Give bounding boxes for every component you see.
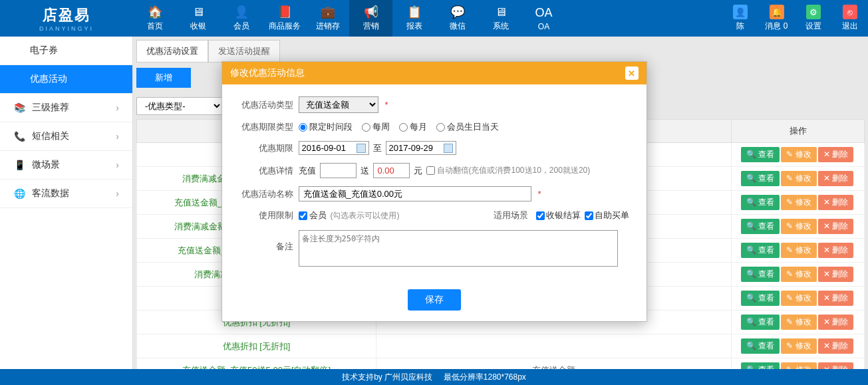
filter-type-select[interactable]: -优惠类型-: [136, 97, 223, 115]
topnav-进销存[interactable]: 💼进销存: [306, 0, 349, 37]
topright-设置[interactable]: ⚙设置: [795, 0, 831, 37]
cell-type: 充值送金额: [376, 358, 732, 370]
view-button[interactable]: 🔍 查看: [741, 195, 780, 210]
required-mark: *: [385, 100, 388, 110]
topnav-报表[interactable]: 📋报表: [392, 0, 436, 37]
sidebar-item-微场景[interactable]: 📱微场景›: [0, 151, 132, 180]
add-button[interactable]: 新增: [136, 68, 191, 88]
close-icon[interactable]: ✕: [625, 66, 639, 80]
topnav-商品服务[interactable]: 📕商品服务: [263, 0, 306, 37]
topnav-营销[interactable]: 📢营销: [349, 0, 392, 37]
edit-button[interactable]: ✎ 修改: [781, 315, 816, 330]
nav-icon: 👤: [234, 5, 249, 19]
cell-ops: 🔍 查看✎ 修改✕ 删除: [732, 311, 865, 334]
logo-cn: 店盈易: [7, 5, 126, 25]
cell-ops: 🔍 查看✎ 修改✕ 删除: [732, 215, 865, 239]
nav-icon: OA: [537, 6, 551, 21]
view-button[interactable]: 🔍 查看: [741, 315, 780, 330]
period-radio-每周[interactable]: 每周: [362, 121, 390, 133]
label-remark: 备注: [235, 230, 299, 253]
edit-button[interactable]: ✎ 修改: [781, 195, 816, 210]
delete-button[interactable]: ✕ 删除: [818, 171, 853, 186]
chevron-right-icon: ›: [116, 188, 119, 199]
calendar-icon[interactable]: [357, 144, 366, 153]
save-button[interactable]: 保存: [408, 289, 461, 311]
topnav-系统[interactable]: 🖥系统: [479, 0, 522, 37]
cell-ops: 🔍 查看✎ 修改✕ 删除: [732, 358, 865, 370]
topright-消息 0[interactable]: 🔔消息 0: [758, 0, 795, 37]
period-radio-限定时间段[interactable]: 限定时间段: [299, 121, 353, 133]
nav-icon: 💼: [321, 5, 335, 19]
date-from-input[interactable]: [302, 143, 354, 153]
delete-button[interactable]: ✕ 删除: [818, 338, 853, 354]
footer: 技术支持by 广州贝应科技 最低分辨率1280*768px: [0, 369, 868, 385]
topnav-OA[interactable]: OAOA: [522, 0, 565, 37]
calendar-icon[interactable]: [444, 144, 453, 153]
footer-resolution: 最低分辨率1280*768px: [444, 372, 526, 382]
edit-button[interactable]: ✎ 修改: [781, 291, 816, 306]
member-checkbox-input[interactable]: [299, 211, 307, 220]
label-use-limit: 使用限制: [235, 209, 299, 221]
topnav-微信[interactable]: 💬微信: [436, 0, 479, 37]
view-button[interactable]: 🔍 查看: [741, 171, 780, 186]
topnav-会员[interactable]: 👤会员: [219, 0, 263, 37]
date-from-box[interactable]: [299, 141, 369, 155]
delete-button[interactable]: ✕ 删除: [818, 243, 853, 258]
view-button[interactable]: 🔍 查看: [741, 267, 780, 282]
edit-button[interactable]: ✎ 修改: [781, 362, 816, 369]
tab-优惠活动设置[interactable]: 优惠活动设置: [136, 40, 208, 63]
view-button[interactable]: 🔍 查看: [741, 291, 780, 306]
nav-icon: 🖥: [191, 5, 206, 19]
date-to-box[interactable]: [386, 141, 456, 155]
topnav-收银[interactable]: 🖥收银: [176, 0, 219, 37]
chevron-right-icon: ›: [116, 131, 119, 142]
tab-发送活动提醒[interactable]: 发送活动提醒: [208, 40, 280, 63]
view-button[interactable]: 🔍 查看: [741, 219, 780, 234]
edit-button[interactable]: ✎ 修改: [781, 338, 816, 354]
activity-name-input[interactable]: [299, 186, 531, 201]
period-radio-每月[interactable]: 每月: [399, 121, 427, 133]
edit-button[interactable]: ✎ 修改: [781, 267, 816, 282]
scene-checkbox-自助买单[interactable]: 自助买单: [585, 209, 629, 221]
cell-ops: 🔍 查看✎ 修改✕ 删除: [732, 263, 865, 287]
edit-button[interactable]: ✎ 修改: [781, 219, 816, 234]
auto-double-input[interactable]: [426, 166, 435, 175]
delete-button[interactable]: ✕ 删除: [818, 195, 853, 210]
sidebar-item-三级推荐[interactable]: 📚三级推荐›: [0, 94, 132, 122]
sidebar-item-短信相关[interactable]: 📞短信相关›: [0, 122, 132, 151]
activity-type-select[interactable]: 充值送金额: [299, 96, 378, 113]
sidebar-item-优惠活动[interactable]: 优惠活动: [0, 65, 132, 94]
remark-textarea[interactable]: [299, 230, 618, 267]
label-scene: 适用场景: [486, 209, 532, 221]
recharge-input[interactable]: [320, 163, 357, 178]
member-checkbox[interactable]: 会员: [299, 209, 327, 221]
topright-退出[interactable]: ⎋退出: [831, 0, 868, 37]
period-radio-会员生日当天[interactable]: 会员生日当天: [436, 121, 499, 133]
date-to-input[interactable]: [389, 143, 441, 153]
cell-ops: 🔍 查看✎ 修改✕ 删除: [732, 191, 865, 215]
recharge-label: 充值: [299, 165, 316, 177]
modal-body: 优惠活动类型 充值送金额 * 优惠期限类型 限定时间段每周每月会员生日当天 优惠…: [222, 84, 647, 284]
topnav-首页[interactable]: 🏠首页: [133, 0, 176, 37]
edit-button[interactable]: ✎ 修改: [781, 243, 816, 258]
view-button[interactable]: 🔍 查看: [741, 147, 780, 162]
delete-button[interactable]: ✕ 删除: [818, 315, 853, 330]
delete-button[interactable]: ✕ 删除: [818, 147, 853, 162]
sidebar-item-电子券[interactable]: 电子券: [0, 37, 132, 65]
view-button[interactable]: 🔍 查看: [741, 338, 780, 354]
view-button[interactable]: 🔍 查看: [741, 243, 780, 258]
topright-icon: ⎋: [843, 5, 857, 19]
give-input[interactable]: [373, 163, 410, 178]
scene-checkbox-收银结算[interactable]: 收银结算: [536, 209, 581, 221]
delete-button[interactable]: ✕ 删除: [818, 219, 853, 234]
delete-button[interactable]: ✕ 删除: [818, 291, 853, 306]
edit-button[interactable]: ✎ 修改: [781, 147, 816, 162]
sidebar-item-客流数据[interactable]: 🌐客流数据›: [0, 180, 132, 208]
nav-icon: 💬: [450, 5, 465, 19]
edit-button[interactable]: ✎ 修改: [781, 171, 816, 186]
topright-陈[interactable]: 👤陈: [722, 0, 758, 37]
view-button[interactable]: 🔍 查看: [741, 362, 780, 369]
delete-button[interactable]: ✕ 删除: [818, 362, 853, 369]
delete-button[interactable]: ✕ 删除: [818, 267, 853, 282]
auto-double-checkbox[interactable]: 自动翻倍(充值或消费100送10，200就送20): [426, 165, 591, 176]
